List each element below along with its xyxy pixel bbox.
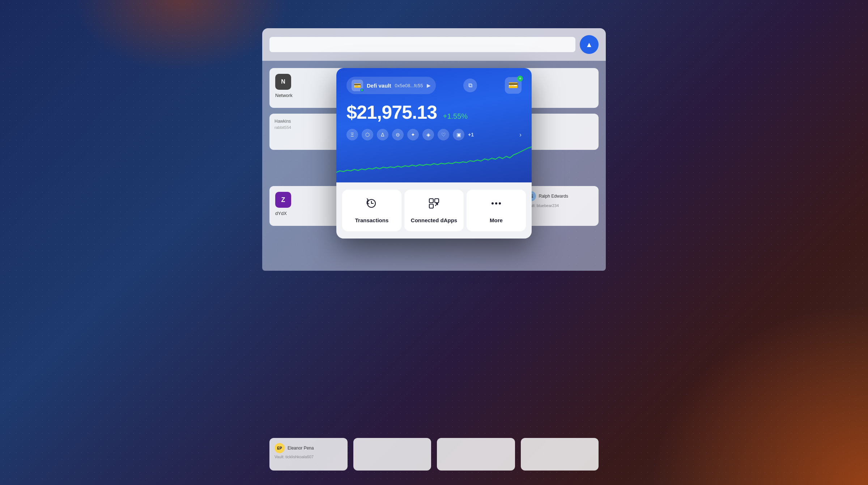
- gnosis-icon: ⊖: [396, 132, 400, 138]
- square-icon: ▣: [456, 132, 461, 138]
- chain-icon-heart[interactable]: ♡: [438, 129, 449, 140]
- popup-top-section: 💳 Defi vault 0x5e08...fc55 ▶ ⧉ 💳 $21,975…: [336, 68, 532, 182]
- chain-icon-gnosis[interactable]: ⊖: [392, 129, 404, 140]
- popup-card: 💳 Defi vault 0x5e08...fc55 ▶ ⧉ 💳 $21,975…: [336, 68, 532, 239]
- bg-card-dydx-name: dYdX: [275, 211, 342, 216]
- active-dot: [360, 88, 364, 92]
- diamond-icon: ◈: [426, 132, 430, 138]
- chain-icon-diamond[interactable]: ◈: [422, 129, 434, 140]
- balance-change: +1.55%: [443, 112, 468, 120]
- wallet-icon: 💳: [508, 81, 518, 90]
- connected-dapps-button[interactable]: Connected dApps: [404, 190, 464, 231]
- bg-card-extra2: [521, 114, 599, 150]
- vault-name: Defi vault: [367, 83, 391, 89]
- chains-next-icon[interactable]: ›: [519, 131, 522, 139]
- vault-dropdown-icon: ▶: [427, 83, 431, 88]
- transactions-label: Transactions: [355, 217, 389, 224]
- bg-card-hawkins: Hawkins rabbit554: [269, 114, 348, 150]
- dapps-icon: [427, 197, 441, 212]
- add-vault-button[interactable]: 💳: [505, 77, 522, 94]
- chain-icon-square[interactable]: ▣: [453, 129, 464, 140]
- price-chart: [336, 146, 532, 182]
- browser-action-button[interactable]: ▲: [580, 35, 599, 54]
- browser-bar: ▲: [262, 28, 606, 61]
- bg-card-dydx: Z dYdX: [269, 186, 348, 226]
- actions-grid: Transactions Connected dApps: [342, 190, 526, 231]
- chains-more-label[interactable]: +1: [468, 132, 474, 138]
- card-icon: 💳: [354, 82, 361, 89]
- chart-area: [336, 146, 532, 182]
- copy-address-button[interactable]: ⧉: [463, 79, 477, 92]
- star-icon: ✦: [411, 132, 415, 138]
- orange-glow-bottom: [651, 304, 868, 485]
- bg-bottom-card-1: EP Eleanor Pena Vault: ticklishkoala607: [269, 438, 348, 471]
- connected-dapps-label: Connected dApps: [411, 217, 457, 224]
- copy-icon: ⧉: [468, 82, 472, 89]
- more-icon: [490, 197, 503, 212]
- svg-point-4: [492, 202, 494, 204]
- balance-section: $21,975.13 +1.55%: [346, 103, 522, 122]
- bg-card-network-name: Network: [275, 93, 342, 98]
- svg-rect-1: [429, 199, 433, 203]
- vault-icon: 💳: [352, 80, 363, 91]
- bg-card-ralph: RE Ralph Edwards Vault: bluebear234: [521, 186, 599, 226]
- orange-glow-top: [72, 0, 289, 72]
- bg-bottom-card-2: [353, 438, 431, 471]
- heart-icon: ♡: [441, 132, 446, 138]
- arb-icon: Δ: [381, 132, 384, 138]
- bg-bottom-card-3: [437, 438, 515, 471]
- bg-card-network: N Network: [269, 68, 348, 108]
- chain-icon-link[interactable]: ⬡: [362, 129, 373, 140]
- eth-icon: Ξ: [350, 132, 354, 138]
- vault-selector[interactable]: 💳 Defi vault 0x5e08...fc55 ▶: [346, 77, 436, 94]
- transactions-icon: [365, 197, 378, 212]
- arrow-up-icon: ▲: [586, 41, 593, 49]
- svg-point-5: [495, 202, 497, 204]
- link-icon: ⬡: [365, 132, 370, 138]
- chain-icon-arbitrum[interactable]: Δ: [377, 129, 388, 140]
- more-button[interactable]: More: [467, 190, 526, 231]
- balance-amount: $21,975.13: [346, 102, 437, 123]
- chain-icon-eth[interactable]: Ξ: [346, 129, 358, 140]
- popup-bottom-section: Transactions Connected dApps: [336, 182, 532, 239]
- popup-header: 💳 Defi vault 0x5e08...fc55 ▶ ⧉ 💳: [346, 77, 522, 94]
- bg-bottom-row: EP Eleanor Pena Vault: ticklishkoala607: [262, 438, 606, 471]
- browser-address-bar[interactable]: [269, 37, 575, 52]
- svg-rect-3: [429, 204, 433, 208]
- more-label: More: [490, 217, 503, 224]
- vault-address: 0x5e08...fc55: [395, 83, 423, 88]
- bg-card-empty: [521, 68, 599, 108]
- chain-icon-star[interactable]: ✦: [407, 129, 419, 140]
- svg-rect-2: [435, 199, 439, 203]
- svg-point-6: [499, 202, 501, 204]
- chains-row: Ξ ⬡ Δ ⊖ ✦ ◈ ♡: [346, 129, 522, 140]
- transactions-button[interactable]: Transactions: [342, 190, 401, 231]
- bg-bottom-card-4: [521, 438, 599, 471]
